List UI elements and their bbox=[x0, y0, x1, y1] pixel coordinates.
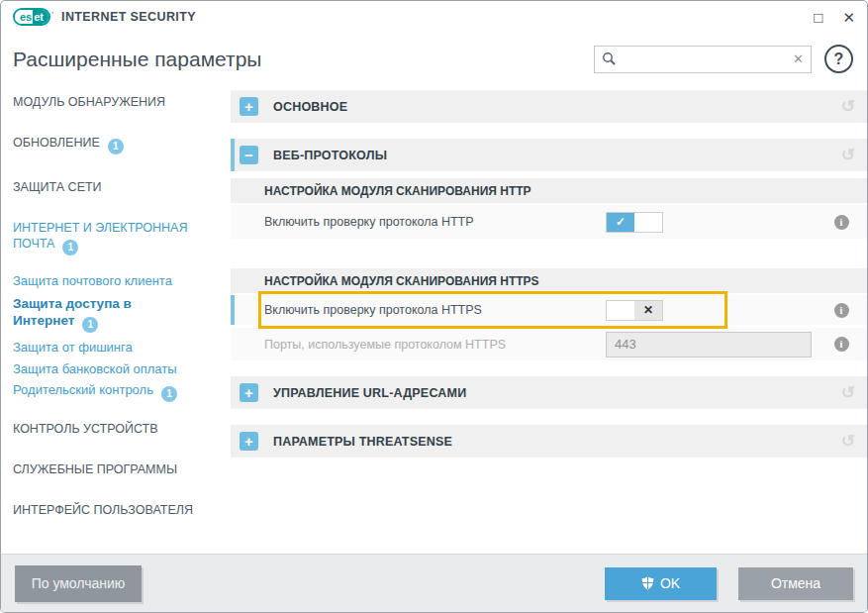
footer-bar: По умолчанию OK Отмена bbox=[1, 554, 867, 612]
sidebar-spacer bbox=[13, 407, 221, 421]
revert-icon[interactable]: ↺ bbox=[841, 147, 855, 163]
revert-icon[interactable]: ↺ bbox=[841, 98, 855, 115]
search-box[interactable]: ✕ bbox=[594, 46, 812, 73]
revert-icon[interactable]: ↺ bbox=[841, 384, 855, 401]
eset-logo-right: et bbox=[33, 10, 48, 24]
eset-logo: es et bbox=[13, 8, 50, 26]
https-scanner-setup-title: НАСТРОЙКА МОДУЛЯ СКАНИРОВАНИЯ HTTPS bbox=[231, 268, 867, 293]
http-check-row: Включить проверку протокола HTTP ✓ i bbox=[231, 205, 867, 239]
expand-icon[interactable]: + bbox=[240, 97, 258, 116]
product-name: INTERNET SECURITY bbox=[61, 10, 196, 24]
parental-badge: 1 bbox=[161, 386, 177, 402]
https-ports-row: Порты, используемые протоколом HTTPS i bbox=[231, 328, 867, 360]
page-title: Расширенные параметры bbox=[13, 48, 261, 71]
search-icon bbox=[602, 51, 617, 66]
https-check-row: Включить проверку протокола HTTPS ✕ i bbox=[231, 295, 867, 325]
sidebar-item-email-client-protection[interactable]: Защита почтового клиента bbox=[13, 273, 221, 290]
http-check-label: Включить проверку протокола HTTP bbox=[264, 215, 606, 229]
http-scanner-setup-title: НАСТРОЙКА МОДУЛЯ СКАНИРОВАНИЯ HTTP bbox=[231, 178, 867, 203]
sidebar-item-web-access-protection[interactable]: Защита доступа в Интернет1 bbox=[13, 295, 196, 333]
https-check-toggle[interactable]: ✕ bbox=[606, 300, 663, 321]
ok-button-label: OK bbox=[660, 575, 680, 591]
sidebar-item-anti-phishing[interactable]: Защита от фишинга bbox=[13, 340, 221, 357]
ok-button[interactable]: OK bbox=[605, 567, 717, 600]
sidebar: МОДУЛЬ ОБНАРУЖЕНИЯ ОБНОВЛЕНИЕ1 ЗАЩИТА СЕ… bbox=[1, 86, 231, 554]
sidebar-item-banking-protection[interactable]: Защита банковской оплаты bbox=[13, 361, 221, 378]
help-button[interactable]: ? bbox=[824, 45, 853, 73]
collapse-icon[interactable]: − bbox=[240, 146, 258, 164]
maximize-button[interactable]: □ bbox=[814, 10, 822, 25]
https-ports-input[interactable] bbox=[606, 332, 812, 358]
shield-icon bbox=[641, 576, 654, 590]
active-section-accent bbox=[231, 139, 235, 171]
http-check-toggle[interactable]: ✓ bbox=[606, 212, 663, 233]
eset-logo-mark: ’ bbox=[51, 10, 53, 20]
toggle-check-icon: ✓ bbox=[607, 213, 634, 232]
sidebar-item-parental-control[interactable]: Родительский контроль1 bbox=[13, 382, 221, 402]
default-button[interactable]: По умолчанию bbox=[15, 565, 142, 602]
toggle-cross-icon: ✕ bbox=[634, 301, 662, 320]
active-row-accent bbox=[231, 295, 235, 325]
web-access-badge: 1 bbox=[82, 317, 98, 333]
sidebar-item-device-control[interactable]: КОНТРОЛЬ УСТРОЙСТВ bbox=[13, 421, 221, 437]
https-check-label: Включить проверку протокола HTTPS bbox=[264, 303, 606, 317]
sidebar-item-user-interface[interactable]: ИНТЕРФЕЙС ПОЛЬЗОВАТЕЛЯ bbox=[13, 502, 221, 518]
sidebar-item-update[interactable]: ОБНОВЛЕНИЕ1 bbox=[13, 135, 221, 154]
eset-settings-window: es et ’ INTERNET SECURITY □ ✕ Расширенны… bbox=[0, 0, 868, 613]
search-clear-icon[interactable]: ✕ bbox=[789, 51, 804, 66]
revert-icon[interactable]: ↺ bbox=[841, 433, 855, 450]
expand-icon[interactable]: + bbox=[240, 432, 258, 451]
web-email-badge: 1 bbox=[62, 240, 78, 255]
sidebar-item-detection-engine[interactable]: МОДУЛЬ ОБНАРУЖЕНИЯ bbox=[13, 94, 221, 110]
info-icon[interactable]: i bbox=[834, 303, 849, 318]
sidebar-item-network-protection[interactable]: ЗАЩИТА СЕТИ bbox=[13, 179, 221, 195]
section-web-protocols[interactable]: − ВЕБ-ПРОТОКОЛЫ ↺ bbox=[231, 139, 867, 171]
section-spacer bbox=[231, 241, 867, 268]
https-check-row-wrap: Включить проверку протокола HTTPS ✕ i bbox=[231, 295, 867, 325]
settings-content: + ОСНОВНОЕ ↺ − ВЕБ-ПРОТОКОЛЫ ↺ НАСТРОЙКА… bbox=[231, 90, 867, 554]
window-controls: □ ✕ bbox=[814, 10, 855, 25]
section-url-management[interactable]: + УПРАВЛЕНИЕ URL-АДРЕСАМИ ↺ bbox=[231, 376, 867, 409]
info-icon[interactable]: i bbox=[834, 215, 849, 230]
close-button[interactable]: ✕ bbox=[842, 10, 855, 25]
sidebar-item-tools[interactable]: СЛУЖЕБНЫЕ ПРОГРАММЫ bbox=[13, 461, 221, 477]
search-input[interactable] bbox=[617, 51, 789, 66]
page-header: Расширенные параметры ✕ ? bbox=[1, 33, 867, 83]
cancel-button[interactable]: Отмена bbox=[738, 567, 853, 600]
info-icon[interactable]: i bbox=[834, 337, 849, 352]
sidebar-item-web-and-email[interactable]: ИНТЕРНЕТ И ЭЛЕКТРОННАЯ ПОЧТА1 bbox=[13, 220, 221, 255]
eset-logo-left: es bbox=[15, 10, 33, 24]
https-ports-label: Порты, используемые протоколом HTTPS bbox=[264, 338, 606, 352]
update-badge: 1 bbox=[108, 139, 124, 154]
titlebar: es et ’ INTERNET SECURITY □ ✕ bbox=[1, 1, 867, 33]
section-threatsense[interactable]: + ПАРАМЕТРЫ THREATSENSE ↺ bbox=[231, 425, 867, 458]
section-basic[interactable]: + ОСНОВНОЕ ↺ bbox=[231, 90, 867, 123]
expand-icon[interactable]: + bbox=[240, 383, 258, 402]
